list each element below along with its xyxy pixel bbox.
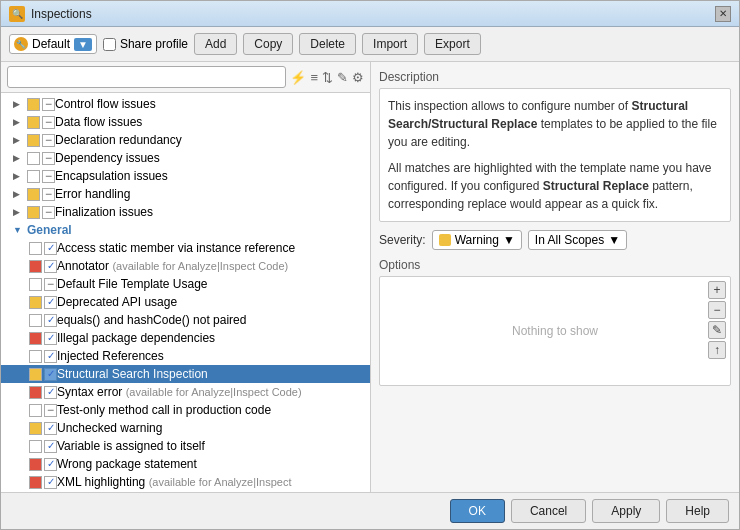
profile-dropdown[interactable]: 🔧 Default ▼ xyxy=(9,34,97,54)
help-button[interactable]: Help xyxy=(666,499,729,523)
list-item[interactable]: ▶ Declaration redundancy xyxy=(1,131,370,149)
add-option-button[interactable]: + xyxy=(708,281,726,299)
options-label: Options xyxy=(379,258,731,272)
expand-icon[interactable]: ⇅ xyxy=(322,70,333,85)
sort-icon[interactable]: ≡ xyxy=(310,70,318,85)
ok-button[interactable]: OK xyxy=(450,499,505,523)
share-profile-checkbox[interactable] xyxy=(103,38,116,51)
list-item[interactable]: Test-only method call in production code xyxy=(1,401,370,419)
severity-row: Severity: Warning ▼ In All Scopes ▼ xyxy=(379,230,731,250)
description-text: This inspection allows to configure numb… xyxy=(388,97,722,213)
import-button[interactable]: Import xyxy=(362,33,418,55)
profile-label: Default xyxy=(32,37,70,51)
cancel-button[interactable]: Cancel xyxy=(511,499,586,523)
main-content: ⚡ ≡ ⇅ ✎ ⚙ ▶ Control flow issues ▶ xyxy=(1,62,739,492)
settings-icon[interactable]: ⚙ xyxy=(352,70,364,85)
share-profile-group: Share profile xyxy=(103,37,188,51)
options-toolbar: + − ✎ ↑ xyxy=(708,281,726,359)
edit-option-button[interactable]: ✎ xyxy=(708,321,726,339)
list-item[interactable]: Injected References xyxy=(1,347,370,365)
move-up-option-button[interactable]: ↑ xyxy=(708,341,726,359)
share-profile-label: Share profile xyxy=(120,37,188,51)
apply-button[interactable]: Apply xyxy=(592,499,660,523)
list-item[interactable]: ▶ Dependency issues xyxy=(1,149,370,167)
close-button[interactable]: ✕ xyxy=(715,6,731,22)
list-item[interactable]: Default File Template Usage xyxy=(1,275,370,293)
list-item[interactable]: Variable is assigned to itself xyxy=(1,437,370,455)
warning-icon xyxy=(439,234,451,246)
options-empty-text: Nothing to show xyxy=(512,324,598,338)
options-box: Nothing to show + − ✎ ↑ xyxy=(379,276,731,386)
description-section: Description This inspection allows to co… xyxy=(379,70,731,222)
severity-label: Severity: xyxy=(379,233,426,247)
title-bar: 🔍 Inspections ✕ xyxy=(1,1,739,27)
search-bar: ⚡ ≡ ⇅ ✎ ⚙ xyxy=(1,62,370,93)
options-section: Options Nothing to show + − ✎ ↑ xyxy=(379,258,731,484)
add-button[interactable]: Add xyxy=(194,33,237,55)
list-item[interactable]: Annotator (available for Analyze|Inspect… xyxy=(1,257,370,275)
severity-value: Warning xyxy=(455,233,499,247)
delete-button[interactable]: Delete xyxy=(299,33,356,55)
list-item[interactable]: Illegal package dependencies xyxy=(1,329,370,347)
title-icon: 🔍 xyxy=(9,6,25,22)
list-item[interactable]: XML highlighting (available for Analyze|… xyxy=(1,473,370,491)
list-item[interactable]: equals() and hashCode() not paired xyxy=(1,311,370,329)
list-item[interactable]: Wrong package statement xyxy=(1,455,370,473)
severity-dropdown[interactable]: Warning ▼ xyxy=(432,230,522,250)
list-item[interactable]: Access static member via instance refere… xyxy=(1,239,370,257)
list-item[interactable]: Structural Search Inspection xyxy=(1,365,370,383)
profile-icon: 🔧 xyxy=(14,37,28,51)
list-item[interactable]: Deprecated API usage xyxy=(1,293,370,311)
dropdown-arrow[interactable]: ▼ xyxy=(74,38,92,51)
list-item[interactable]: Syntax error (available for Analyze|Insp… xyxy=(1,383,370,401)
description-box: This inspection allows to configure numb… xyxy=(379,88,731,222)
right-panel: Description This inspection allows to co… xyxy=(371,62,739,492)
list-item[interactable]: ▶ Finalization issues xyxy=(1,203,370,221)
toolbar: 🔧 Default ▼ Share profile Add Copy Delet… xyxy=(1,27,739,62)
dialog: 🔍 Inspections ✕ 🔧 Default ▼ Share profil… xyxy=(0,0,740,530)
clear-icon[interactable]: ✎ xyxy=(337,70,348,85)
list-item[interactable]: Unchecked warning xyxy=(1,419,370,437)
left-panel: ⚡ ≡ ⇅ ✎ ⚙ ▶ Control flow issues ▶ xyxy=(1,62,371,492)
list-item[interactable]: ▼ General xyxy=(1,221,370,239)
list-item[interactable]: ▶ Data flow issues xyxy=(1,113,370,131)
scope-arrow: ▼ xyxy=(608,233,620,247)
list-item[interactable]: ▶ Encapsulation issues xyxy=(1,167,370,185)
dialog-title: Inspections xyxy=(31,7,92,21)
search-input[interactable] xyxy=(7,66,286,88)
copy-button[interactable]: Copy xyxy=(243,33,293,55)
scope-value: In All Scopes xyxy=(535,233,604,247)
remove-option-button[interactable]: − xyxy=(708,301,726,319)
filter-icon[interactable]: ⚡ xyxy=(290,70,306,85)
bottom-bar: OK Cancel Apply Help xyxy=(1,492,739,529)
severity-arrow: ▼ xyxy=(503,233,515,247)
list-item[interactable]: ▶ Control flow issues xyxy=(1,95,370,113)
scope-dropdown[interactable]: In All Scopes ▼ xyxy=(528,230,627,250)
export-button[interactable]: Export xyxy=(424,33,481,55)
list-item[interactable]: ▶ Error handling xyxy=(1,185,370,203)
inspection-tree: ▶ Control flow issues ▶ Data flow issues… xyxy=(1,93,370,492)
description-label: Description xyxy=(379,70,731,84)
